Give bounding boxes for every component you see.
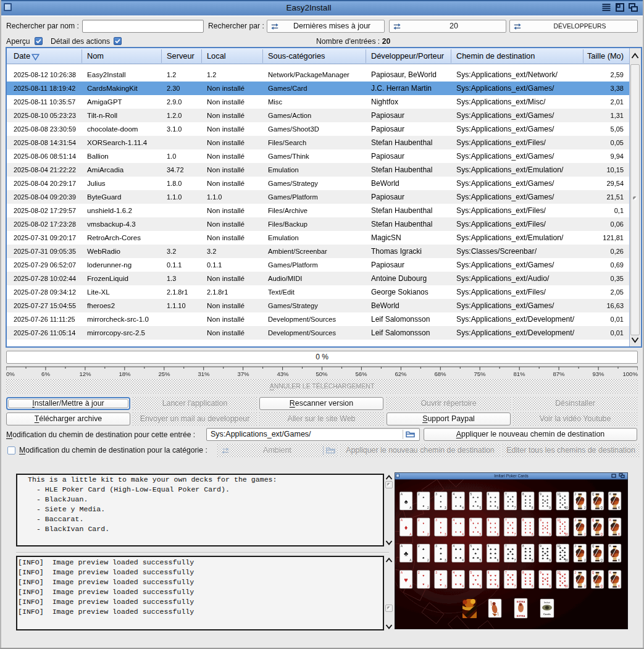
svg-text:9: 9 bbox=[540, 493, 542, 496]
svg-text:♦: ♦ bbox=[495, 525, 496, 529]
svg-text:♣: ♣ bbox=[490, 551, 492, 555]
svg-text:Cards: Cards bbox=[543, 613, 551, 616]
svg-text:♥: ♥ bbox=[507, 582, 509, 586]
svg-text:♠: ♠ bbox=[545, 499, 546, 503]
svg-text:♣: ♣ bbox=[524, 556, 527, 560]
svg-text:♣: ♣ bbox=[564, 553, 566, 557]
svg-text:♦: ♦ bbox=[440, 530, 442, 534]
svg-text:♠: ♠ bbox=[440, 494, 442, 498]
svg-text:♠: ♠ bbox=[495, 500, 496, 503]
svg-text:♥: ♥ bbox=[562, 581, 564, 585]
svg-text:♦: ♦ bbox=[472, 521, 474, 525]
svg-text:♣: ♣ bbox=[472, 547, 475, 551]
svg-text:♠: ♠ bbox=[559, 501, 561, 505]
svg-text:♣: ♣ bbox=[475, 551, 477, 555]
svg-text:♦: ♦ bbox=[559, 527, 561, 530]
svg-text:2: 2 bbox=[427, 533, 429, 536]
svg-text:8: 8 bbox=[532, 585, 533, 588]
svg-text:♠: ♠ bbox=[472, 504, 474, 508]
svg-text:♥: ♥ bbox=[455, 582, 457, 586]
svg-text:4: 4 bbox=[453, 493, 454, 496]
svg-text:J: J bbox=[575, 519, 576, 522]
svg-text:♥: ♥ bbox=[404, 576, 408, 584]
svg-text:♠: ♠ bbox=[546, 504, 548, 508]
svg-text:♥: ♥ bbox=[459, 574, 461, 577]
svg-text:♠: ♠ bbox=[564, 505, 566, 509]
svg-text:♠: ♠ bbox=[440, 500, 442, 503]
svg-text:♠: ♠ bbox=[455, 504, 457, 508]
svg-text:♥: ♥ bbox=[564, 584, 566, 587]
svg-text:♣: ♣ bbox=[455, 547, 458, 551]
svg-text:Q: Q bbox=[601, 533, 603, 536]
svg-text:♥: ♥ bbox=[459, 582, 461, 586]
svg-text:9: 9 bbox=[549, 585, 551, 588]
svg-text:♥: ♥ bbox=[440, 572, 441, 576]
svg-text:2: 2 bbox=[427, 559, 429, 562]
svg-text:♠: ♠ bbox=[440, 505, 442, 508]
svg-text:♥: ♥ bbox=[507, 573, 509, 577]
svg-text:♣: ♣ bbox=[494, 551, 496, 555]
svg-text:♦: ♦ bbox=[564, 531, 566, 535]
svg-text:♦: ♦ bbox=[559, 531, 561, 535]
svg-text:2: 2 bbox=[427, 585, 429, 588]
svg-text:♠: ♠ bbox=[559, 505, 561, 509]
svg-text:♣: ♣ bbox=[564, 546, 566, 550]
svg-text:♦: ♦ bbox=[495, 521, 496, 525]
svg-text:♥: ♥ bbox=[544, 577, 546, 581]
svg-text:♥: ♥ bbox=[529, 582, 531, 586]
svg-text:Q: Q bbox=[601, 559, 603, 562]
svg-text:♥: ♥ bbox=[472, 574, 474, 577]
svg-text:Q: Q bbox=[601, 506, 603, 509]
svg-text:♣: ♣ bbox=[440, 551, 442, 555]
svg-text:♠: ♠ bbox=[455, 495, 457, 499]
svg-text:Q: Q bbox=[592, 493, 595, 496]
svg-text:8: 8 bbox=[532, 559, 533, 562]
svg-text:♣: ♣ bbox=[512, 556, 514, 560]
svg-text:♦: ♦ bbox=[475, 525, 477, 529]
svg-text:5: 5 bbox=[479, 585, 481, 588]
svg-text:6: 6 bbox=[497, 559, 499, 562]
svg-text:♥: ♥ bbox=[477, 574, 479, 577]
svg-text:8: 8 bbox=[522, 519, 524, 522]
svg-text:6: 6 bbox=[488, 519, 490, 522]
svg-text:♣: ♣ bbox=[546, 556, 549, 560]
svg-text:♥: ♥ bbox=[422, 582, 424, 586]
svg-text:♦: ♦ bbox=[490, 530, 491, 534]
svg-text:♣: ♣ bbox=[507, 556, 509, 560]
svg-text:♦: ♦ bbox=[562, 522, 564, 525]
svg-text:♥: ♥ bbox=[490, 578, 491, 582]
svg-text:3: 3 bbox=[445, 559, 446, 562]
svg-text:♠: ♠ bbox=[459, 495, 461, 499]
svg-text:♠: ♠ bbox=[404, 498, 408, 505]
svg-text:9: 9 bbox=[549, 506, 551, 509]
svg-text:♥: ♥ bbox=[440, 583, 441, 587]
svg-text:♦: ♦ bbox=[472, 530, 474, 534]
svg-text:♣: ♣ bbox=[404, 550, 408, 557]
svg-text:♠: ♠ bbox=[490, 495, 491, 499]
svg-text:♣: ♣ bbox=[507, 552, 509, 556]
svg-text:♦: ♦ bbox=[564, 520, 566, 524]
svg-text:8: 8 bbox=[532, 506, 533, 509]
svg-text:♥: ♥ bbox=[564, 579, 566, 583]
svg-text:♠: ♠ bbox=[559, 494, 561, 498]
svg-text:6: 6 bbox=[497, 533, 499, 536]
svg-text:♥: ♥ bbox=[512, 578, 514, 582]
svg-text:J: J bbox=[575, 571, 576, 574]
svg-text:♥: ♥ bbox=[562, 574, 564, 578]
svg-text:♥: ♥ bbox=[564, 572, 566, 576]
svg-text:J: J bbox=[584, 506, 585, 509]
svg-text:9: 9 bbox=[540, 519, 542, 522]
svg-text:2: 2 bbox=[418, 493, 420, 496]
svg-text:EXTRA: EXTRA bbox=[517, 600, 525, 603]
svg-text:♥: ♥ bbox=[472, 582, 474, 586]
svg-text:7: 7 bbox=[514, 585, 516, 588]
svg-text:♣: ♣ bbox=[455, 556, 458, 559]
svg-text:Imitari Poker Cards: Imitari Poker Cards bbox=[494, 474, 529, 478]
svg-text:♠: ♠ bbox=[477, 504, 479, 508]
svg-text:♠: ♠ bbox=[512, 500, 514, 503]
svg-text:♠: ♠ bbox=[525, 504, 527, 508]
svg-text:♥: ♥ bbox=[512, 582, 514, 586]
svg-text:♥: ♥ bbox=[495, 578, 496, 582]
svg-text:♠: ♠ bbox=[495, 495, 496, 499]
svg-text:♦: ♦ bbox=[542, 530, 544, 534]
